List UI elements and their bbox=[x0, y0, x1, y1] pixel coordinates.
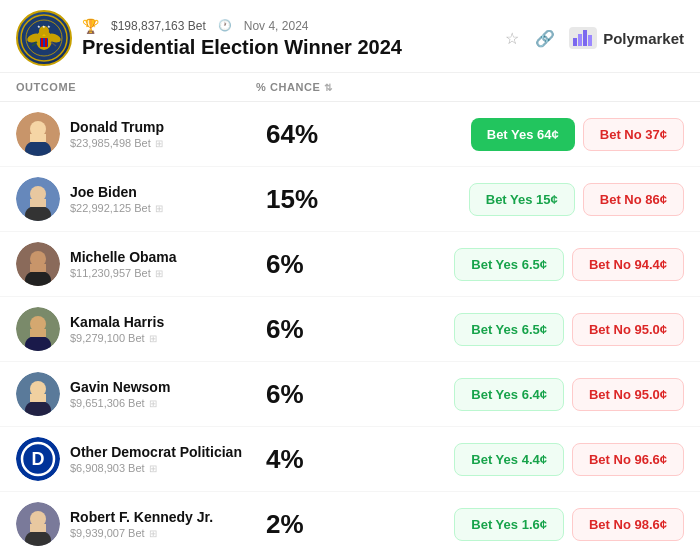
bet-yes-button[interactable]: Bet Yes 4.4¢ bbox=[454, 443, 564, 476]
svg-rect-13 bbox=[573, 38, 577, 46]
clock-icon: 🕐 bbox=[218, 19, 232, 32]
chance-percentage: 6% bbox=[256, 314, 376, 345]
bet-no-button[interactable]: Bet No 98.6¢ bbox=[572, 508, 684, 541]
outcome-info: Donald Trump $23,985,498 Bet ⊞ bbox=[70, 119, 164, 149]
chance-percentage: 15% bbox=[256, 184, 376, 215]
bet-actions: Bet Yes 1.6¢ Bet No 98.6¢ bbox=[454, 508, 684, 541]
candidate-name: Gavin Newsom bbox=[70, 379, 170, 395]
bet-no-button[interactable]: Bet No 95.0¢ bbox=[572, 313, 684, 346]
page-header: ★ ★ ★ 🏆 $198,837,163 Bet 🕐 Nov 4, 2024 P… bbox=[0, 0, 700, 73]
candidate-name: Donald Trump bbox=[70, 119, 164, 135]
table-header: OUTCOME % CHANCE ⇅ bbox=[0, 73, 700, 102]
bet-amount: $9,279,100 Bet ⊞ bbox=[70, 332, 164, 344]
bet-actions: Bet Yes 6.5¢ Bet No 95.0¢ bbox=[454, 313, 684, 346]
bet-actions: Bet Yes 6.5¢ Bet No 94.4¢ bbox=[454, 248, 684, 281]
header-meta: 🏆 $198,837,163 Bet 🕐 Nov 4, 2024 bbox=[82, 18, 402, 34]
col-chance-header: % CHANCE ⇅ bbox=[256, 81, 684, 93]
sort-icon[interactable]: ⇅ bbox=[324, 82, 333, 93]
bet-actions: Bet Yes 64¢ Bet No 37¢ bbox=[471, 118, 684, 151]
avatar bbox=[16, 177, 60, 221]
candidate-name: Kamala Harris bbox=[70, 314, 164, 330]
svg-rect-16 bbox=[588, 35, 592, 46]
app-container: ★ ★ ★ 🏆 $198,837,163 Bet 🕐 Nov 4, 2024 P… bbox=[0, 0, 700, 556]
svg-rect-28 bbox=[30, 264, 46, 272]
bet-no-button[interactable]: Bet No 96.6¢ bbox=[572, 443, 684, 476]
candidate-name: Robert F. Kennedy Jr. bbox=[70, 509, 213, 525]
table-row: Gavin Newsom $9,651,306 Bet ⊞ 6% Bet Yes… bbox=[0, 362, 700, 427]
bet-yes-button[interactable]: Bet Yes 15¢ bbox=[469, 183, 575, 216]
presidential-seal: ★ ★ ★ bbox=[16, 10, 72, 66]
bet-actions: Bet Yes 4.4¢ Bet No 96.6¢ bbox=[454, 443, 684, 476]
avatar bbox=[16, 372, 60, 416]
outcome-info: Kamala Harris $9,279,100 Bet ⊞ bbox=[70, 314, 164, 344]
outcome-info: Robert F. Kennedy Jr. $9,939,007 Bet ⊞ bbox=[70, 509, 213, 539]
bet-yes-button[interactable]: Bet Yes 6.5¢ bbox=[454, 313, 564, 346]
info-icon[interactable]: ⊞ bbox=[149, 333, 157, 344]
bet-no-button[interactable]: Bet No 86¢ bbox=[583, 183, 684, 216]
table-row: Michelle Obama $11,230,957 Bet ⊞ 6% Bet … bbox=[0, 232, 700, 297]
outcome-info: Michelle Obama $11,230,957 Bet ⊞ bbox=[70, 249, 177, 279]
bet-yes-button[interactable]: Bet Yes 1.6¢ bbox=[454, 508, 564, 541]
avatar bbox=[16, 112, 60, 156]
outcome-info: Gavin Newsom $9,651,306 Bet ⊞ bbox=[70, 379, 170, 409]
outcome-info: Joe Biden $22,992,125 Bet ⊞ bbox=[70, 184, 163, 214]
candidate-name: Joe Biden bbox=[70, 184, 163, 200]
total-bet: $198,837,163 Bet bbox=[111, 19, 206, 33]
candidate-name: Other Democrat Politician bbox=[70, 444, 242, 460]
info-icon[interactable]: ⊞ bbox=[149, 398, 157, 409]
bet-yes-button[interactable]: Bet Yes 64¢ bbox=[471, 118, 575, 151]
svg-rect-15 bbox=[583, 30, 587, 46]
svg-rect-32 bbox=[30, 329, 46, 337]
info-icon[interactable]: ⊞ bbox=[155, 203, 163, 214]
bet-amount: $6,908,903 Bet ⊞ bbox=[70, 462, 242, 474]
chance-percentage: 2% bbox=[256, 509, 376, 540]
bet-no-button[interactable]: Bet No 94.4¢ bbox=[572, 248, 684, 281]
svg-rect-9 bbox=[45, 38, 47, 47]
header-title-block: 🏆 $198,837,163 Bet 🕐 Nov 4, 2024 Preside… bbox=[82, 18, 402, 59]
svg-rect-43 bbox=[30, 524, 46, 532]
candidate-name: Michelle Obama bbox=[70, 249, 177, 265]
outcome-cell: Michelle Obama $11,230,957 Bet ⊞ bbox=[16, 242, 256, 286]
table-row: Joe Biden $22,992,125 Bet ⊞ 15% Bet Yes … bbox=[0, 167, 700, 232]
bet-amount: $9,651,306 Bet ⊞ bbox=[70, 397, 170, 409]
bet-no-button[interactable]: Bet No 37¢ bbox=[583, 118, 684, 151]
outcome-cell: Joe Biden $22,992,125 Bet ⊞ bbox=[16, 177, 256, 221]
avatar bbox=[16, 307, 60, 351]
svg-text:D: D bbox=[32, 449, 45, 469]
avatar: D bbox=[16, 437, 60, 481]
share-link-button[interactable]: 🔗 bbox=[533, 27, 557, 50]
header-left: ★ ★ ★ 🏆 $198,837,163 Bet 🕐 Nov 4, 2024 P… bbox=[16, 10, 402, 66]
info-icon[interactable]: ⊞ bbox=[149, 463, 157, 474]
svg-rect-8 bbox=[41, 38, 43, 47]
bet-actions: Bet Yes 15¢ Bet No 86¢ bbox=[469, 183, 684, 216]
rows-container: Donald Trump $23,985,498 Bet ⊞ 64% Bet Y… bbox=[0, 102, 700, 556]
header-right: ☆ 🔗 Polymarket bbox=[503, 27, 684, 50]
date-label: Nov 4, 2024 bbox=[244, 19, 309, 33]
avatar bbox=[16, 502, 60, 546]
bet-amount: $9,939,007 Bet ⊞ bbox=[70, 527, 213, 539]
svg-rect-24 bbox=[30, 199, 46, 207]
info-icon[interactable]: ⊞ bbox=[155, 138, 163, 149]
bet-amount: $23,985,498 Bet ⊞ bbox=[70, 137, 164, 149]
bet-yes-button[interactable]: Bet Yes 6.5¢ bbox=[454, 248, 564, 281]
chance-percentage: 64% bbox=[256, 119, 376, 150]
table-row: Robert F. Kennedy Jr. $9,939,007 Bet ⊞ 2… bbox=[0, 492, 700, 556]
bet-no-button[interactable]: Bet No 95.0¢ bbox=[572, 378, 684, 411]
bet-amount: $11,230,957 Bet ⊞ bbox=[70, 267, 177, 279]
outcome-cell: Kamala Harris $9,279,100 Bet ⊞ bbox=[16, 307, 256, 351]
bet-amount: $22,992,125 Bet ⊞ bbox=[70, 202, 163, 214]
page-title: Presidential Election Winner 2024 bbox=[82, 36, 402, 59]
outcome-cell: Donald Trump $23,985,498 Bet ⊞ bbox=[16, 112, 256, 156]
bet-yes-button[interactable]: Bet Yes 6.4¢ bbox=[454, 378, 564, 411]
info-icon[interactable]: ⊞ bbox=[155, 268, 163, 279]
table-row: D Other Democrat Politician $6,908,903 B… bbox=[0, 427, 700, 492]
svg-text:★ ★ ★: ★ ★ ★ bbox=[37, 24, 51, 29]
outcome-cell: Robert F. Kennedy Jr. $9,939,007 Bet ⊞ bbox=[16, 502, 256, 546]
table-row: Kamala Harris $9,279,100 Bet ⊞ 6% Bet Ye… bbox=[0, 297, 700, 362]
avatar bbox=[16, 242, 60, 286]
chance-percentage: 6% bbox=[256, 379, 376, 410]
star-button[interactable]: ☆ bbox=[503, 27, 521, 50]
col-outcome-header: OUTCOME bbox=[16, 81, 256, 93]
outcome-cell: D Other Democrat Politician $6,908,903 B… bbox=[16, 437, 256, 481]
info-icon[interactable]: ⊞ bbox=[149, 528, 157, 539]
